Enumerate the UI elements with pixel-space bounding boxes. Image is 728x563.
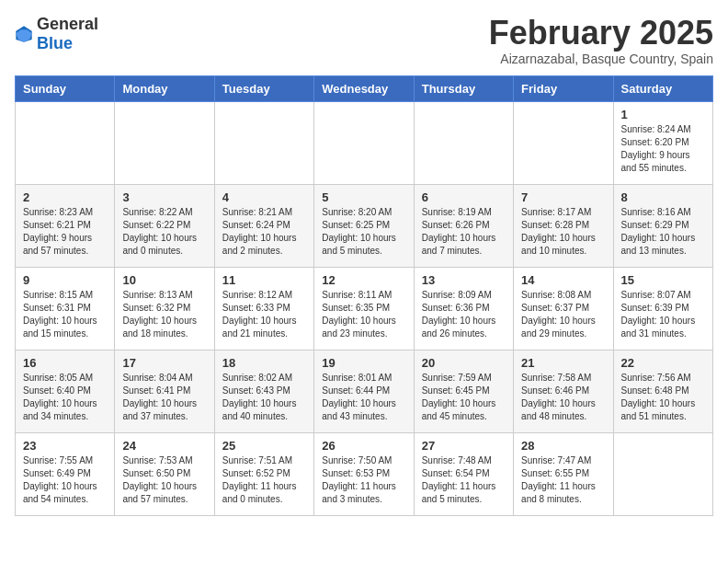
calendar-week-row: 16Sunrise: 8:05 AM Sunset: 6:40 PM Dayli… (16, 350, 713, 432)
day-number: 5 (322, 190, 405, 204)
calendar-cell: 24Sunrise: 7:53 AM Sunset: 6:50 PM Dayli… (115, 432, 214, 515)
calendar-cell: 12Sunrise: 8:11 AM Sunset: 6:35 PM Dayli… (314, 267, 414, 350)
calendar-cell (214, 101, 313, 184)
day-info: Sunrise: 7:48 AM Sunset: 6:54 PM Dayligh… (422, 454, 506, 506)
day-info: Sunrise: 8:04 AM Sunset: 6:41 PM Dayligh… (122, 372, 206, 423)
calendar-cell: 13Sunrise: 8:09 AM Sunset: 6:36 PM Dayli… (414, 267, 513, 350)
day-info: Sunrise: 7:51 AM Sunset: 6:52 PM Dayligh… (222, 454, 306, 506)
day-number: 28 (521, 439, 605, 453)
day-info: Sunrise: 8:02 AM Sunset: 6:43 PM Dayligh… (222, 372, 306, 423)
calendar-cell: 17Sunrise: 8:04 AM Sunset: 6:41 PM Dayli… (115, 350, 214, 432)
logo-blue: Blue (37, 34, 73, 52)
weekday-header: Saturday (613, 75, 712, 101)
day-number: 26 (322, 439, 405, 453)
calendar-cell: 16Sunrise: 8:05 AM Sunset: 6:40 PM Dayli… (16, 350, 115, 432)
logo-icon (15, 25, 33, 43)
calendar-week-row: 23Sunrise: 7:55 AM Sunset: 6:49 PM Dayli… (16, 432, 713, 515)
calendar-cell: 25Sunrise: 7:51 AM Sunset: 6:52 PM Dayli… (214, 432, 313, 515)
day-number: 1 (621, 108, 705, 121)
day-number: 25 (222, 439, 306, 453)
day-number: 14 (521, 273, 605, 287)
day-info: Sunrise: 8:08 AM Sunset: 6:37 PM Dayligh… (521, 289, 605, 340)
calendar-cell: 2Sunrise: 8:23 AM Sunset: 6:21 PM Daylig… (16, 184, 115, 267)
day-number: 7 (521, 190, 605, 204)
day-info: Sunrise: 7:59 AM Sunset: 6:45 PM Dayligh… (422, 372, 506, 423)
day-info: Sunrise: 8:22 AM Sunset: 6:22 PM Dayligh… (122, 206, 206, 258)
header: General Blue February 2025 Aizarnazabal,… (15, 15, 713, 66)
day-number: 24 (122, 439, 206, 453)
day-number: 3 (122, 190, 206, 204)
calendar-cell: 26Sunrise: 7:50 AM Sunset: 6:53 PM Dayli… (314, 432, 414, 515)
day-number: 8 (621, 190, 705, 204)
calendar-cell (115, 101, 214, 184)
weekday-header: Friday (514, 75, 613, 101)
calendar-cell: 4Sunrise: 8:21 AM Sunset: 6:24 PM Daylig… (214, 184, 313, 267)
calendar-cell: 23Sunrise: 7:55 AM Sunset: 6:49 PM Dayli… (16, 432, 115, 515)
calendar-cell: 21Sunrise: 7:58 AM Sunset: 6:46 PM Dayli… (514, 350, 613, 432)
calendar-table: SundayMondayTuesdayWednesdayThursdayFrid… (15, 75, 713, 516)
calendar-cell: 20Sunrise: 7:59 AM Sunset: 6:45 PM Dayli… (414, 350, 513, 432)
day-info: Sunrise: 7:55 AM Sunset: 6:49 PM Dayligh… (23, 454, 107, 506)
day-number: 27 (422, 439, 506, 453)
calendar-cell: 10Sunrise: 8:13 AM Sunset: 6:32 PM Dayli… (115, 267, 214, 350)
day-number: 23 (23, 439, 107, 453)
calendar-cell: 6Sunrise: 8:19 AM Sunset: 6:26 PM Daylig… (414, 184, 513, 267)
calendar-cell: 27Sunrise: 7:48 AM Sunset: 6:54 PM Dayli… (414, 432, 513, 515)
day-number: 18 (222, 356, 306, 370)
day-number: 22 (621, 356, 705, 370)
calendar-cell: 28Sunrise: 7:47 AM Sunset: 6:55 PM Dayli… (514, 432, 613, 515)
calendar-cell: 9Sunrise: 8:15 AM Sunset: 6:31 PM Daylig… (16, 267, 115, 350)
weekday-header: Thursday (414, 75, 513, 101)
day-info: Sunrise: 8:11 AM Sunset: 6:35 PM Dayligh… (322, 289, 405, 340)
weekday-header: Monday (115, 75, 214, 101)
day-info: Sunrise: 8:07 AM Sunset: 6:39 PM Dayligh… (621, 289, 705, 340)
day-number: 12 (322, 273, 405, 287)
calendar-title: February 2025 (489, 15, 713, 52)
day-info: Sunrise: 7:53 AM Sunset: 6:50 PM Dayligh… (122, 454, 206, 506)
day-info: Sunrise: 8:01 AM Sunset: 6:44 PM Dayligh… (322, 372, 405, 423)
day-info: Sunrise: 8:12 AM Sunset: 6:33 PM Dayligh… (222, 289, 306, 340)
day-info: Sunrise: 8:09 AM Sunset: 6:36 PM Dayligh… (422, 289, 506, 340)
day-info: Sunrise: 8:23 AM Sunset: 6:21 PM Dayligh… (23, 206, 107, 258)
day-info: Sunrise: 8:24 AM Sunset: 6:20 PM Dayligh… (621, 123, 705, 175)
calendar-cell: 1Sunrise: 8:24 AM Sunset: 6:20 PM Daylig… (613, 101, 712, 184)
calendar-week-row: 1Sunrise: 8:24 AM Sunset: 6:20 PM Daylig… (16, 101, 713, 184)
day-number: 11 (222, 273, 306, 287)
logo-general: General (37, 15, 98, 33)
day-number: 15 (621, 273, 705, 287)
calendar-cell: 8Sunrise: 8:16 AM Sunset: 6:29 PM Daylig… (613, 184, 712, 267)
calendar-cell: 11Sunrise: 8:12 AM Sunset: 6:33 PM Dayli… (214, 267, 313, 350)
calendar-cell (414, 101, 513, 184)
day-info: Sunrise: 8:13 AM Sunset: 6:32 PM Dayligh… (122, 289, 206, 340)
calendar-cell (613, 432, 712, 515)
weekday-header: Sunday (16, 75, 115, 101)
calendar-cell: 5Sunrise: 8:20 AM Sunset: 6:25 PM Daylig… (314, 184, 414, 267)
day-info: Sunrise: 7:47 AM Sunset: 6:55 PM Dayligh… (521, 454, 605, 506)
day-number: 9 (23, 273, 107, 287)
weekday-header-row: SundayMondayTuesdayWednesdayThursdayFrid… (16, 75, 713, 101)
day-info: Sunrise: 8:05 AM Sunset: 6:40 PM Dayligh… (23, 372, 107, 423)
title-area: February 2025 Aizarnazabal, Basque Count… (489, 15, 713, 66)
calendar-cell: 19Sunrise: 8:01 AM Sunset: 6:44 PM Dayli… (314, 350, 414, 432)
calendar-week-row: 9Sunrise: 8:15 AM Sunset: 6:31 PM Daylig… (16, 267, 713, 350)
calendar-cell (16, 101, 115, 184)
calendar-cell (314, 101, 414, 184)
weekday-header: Tuesday (214, 75, 313, 101)
day-number: 6 (422, 190, 506, 204)
day-number: 20 (422, 356, 506, 370)
day-number: 13 (422, 273, 506, 287)
day-info: Sunrise: 7:58 AM Sunset: 6:46 PM Dayligh… (521, 372, 605, 423)
logo: General Blue (15, 15, 98, 53)
day-info: Sunrise: 8:17 AM Sunset: 6:28 PM Dayligh… (521, 206, 605, 258)
day-number: 10 (122, 273, 206, 287)
day-info: Sunrise: 8:19 AM Sunset: 6:26 PM Dayligh… (422, 206, 506, 258)
calendar-cell: 7Sunrise: 8:17 AM Sunset: 6:28 PM Daylig… (514, 184, 613, 267)
calendar-cell: 3Sunrise: 8:22 AM Sunset: 6:22 PM Daylig… (115, 184, 214, 267)
calendar-cell: 22Sunrise: 7:56 AM Sunset: 6:48 PM Dayli… (613, 350, 712, 432)
day-number: 16 (23, 356, 107, 370)
weekday-header: Wednesday (314, 75, 414, 101)
calendar-cell: 15Sunrise: 8:07 AM Sunset: 6:39 PM Dayli… (613, 267, 712, 350)
day-number: 4 (222, 190, 306, 204)
calendar-cell: 18Sunrise: 8:02 AM Sunset: 6:43 PM Dayli… (214, 350, 313, 432)
day-info: Sunrise: 8:15 AM Sunset: 6:31 PM Dayligh… (23, 289, 107, 340)
